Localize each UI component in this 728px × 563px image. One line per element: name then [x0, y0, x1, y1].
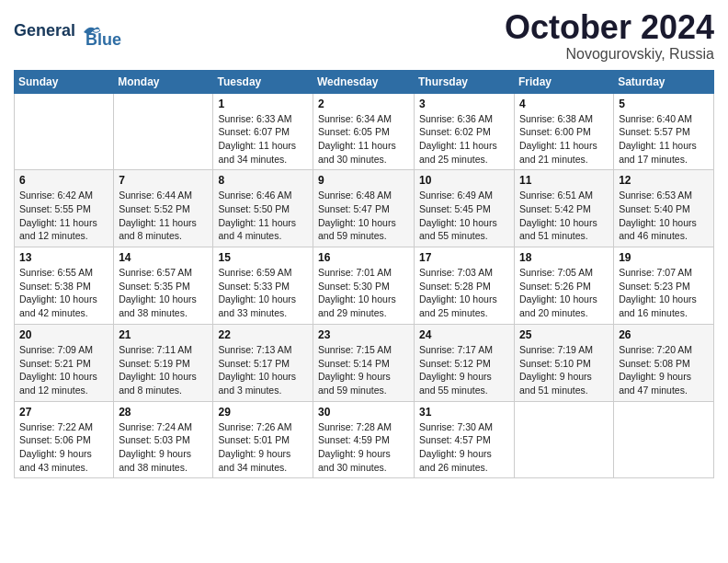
table-row: 22Sunrise: 7:13 AM Sunset: 5:17 PM Dayli… [213, 324, 313, 401]
day-info: Sunrise: 6:36 AM Sunset: 6:02 PM Dayligh… [419, 112, 509, 167]
day-info: Sunrise: 7:03 AM Sunset: 5:28 PM Dayligh… [419, 266, 509, 320]
day-number: 16 [318, 251, 409, 264]
table-row: 13Sunrise: 6:55 AM Sunset: 5:38 PM Dayli… [15, 247, 114, 325]
day-number: 28 [119, 406, 208, 419]
day-number: 24 [419, 328, 509, 341]
day-number: 17 [419, 251, 509, 264]
day-number: 5 [619, 98, 709, 110]
calendar-table: Sunday Monday Tuesday Wednesday Thursday… [14, 70, 714, 479]
day-number: 13 [19, 251, 108, 264]
day-info: Sunrise: 6:38 AM Sunset: 6:00 PM Dayligh… [519, 112, 609, 167]
header-sunday: Sunday [15, 70, 114, 93]
day-info: Sunrise: 6:46 AM Sunset: 5:50 PM Dayligh… [218, 189, 308, 243]
logo-blue: Blue [85, 30, 121, 50]
table-row: 15Sunrise: 6:59 AM Sunset: 5:33 PM Dayli… [213, 247, 313, 325]
day-info: Sunrise: 7:01 AM Sunset: 5:30 PM Dayligh… [318, 266, 409, 320]
table-row: 16Sunrise: 7:01 AM Sunset: 5:30 PM Dayli… [313, 247, 415, 325]
day-number: 22 [218, 328, 308, 341]
day-info: Sunrise: 6:55 AM Sunset: 5:38 PM Dayligh… [19, 266, 108, 320]
day-number: 14 [119, 251, 208, 264]
day-info: Sunrise: 7:24 AM Sunset: 5:03 PM Dayligh… [119, 420, 208, 475]
day-number: 18 [519, 251, 609, 264]
logo-general: General [14, 21, 75, 40]
day-info: Sunrise: 6:42 AM Sunset: 5:55 PM Dayligh… [19, 189, 108, 243]
day-info: Sunrise: 7:09 AM Sunset: 5:21 PM Dayligh… [19, 343, 108, 397]
day-info: Sunrise: 7:17 AM Sunset: 5:12 PM Dayligh… [419, 343, 509, 397]
table-row: 8Sunrise: 6:46 AM Sunset: 5:50 PM Daylig… [213, 170, 313, 247]
day-info: Sunrise: 7:28 AM Sunset: 4:59 PM Dayligh… [318, 420, 409, 475]
table-row: 18Sunrise: 7:05 AM Sunset: 5:26 PM Dayli… [515, 247, 614, 325]
day-number: 21 [119, 328, 208, 341]
day-info: Sunrise: 7:22 AM Sunset: 5:06 PM Dayligh… [19, 420, 108, 475]
table-row: 28Sunrise: 7:24 AM Sunset: 5:03 PM Dayli… [114, 401, 213, 478]
calendar-week-row: 1Sunrise: 6:33 AM Sunset: 6:07 PM Daylig… [15, 93, 714, 170]
table-row: 7Sunrise: 6:44 AM Sunset: 5:52 PM Daylig… [114, 170, 213, 247]
table-row: 5Sunrise: 6:40 AM Sunset: 5:57 PM Daylig… [614, 93, 714, 170]
day-info: Sunrise: 7:05 AM Sunset: 5:26 PM Dayligh… [519, 266, 609, 320]
day-number: 12 [619, 174, 709, 187]
day-info: Sunrise: 6:59 AM Sunset: 5:33 PM Dayligh… [218, 266, 308, 320]
calendar-header-row: Sunday Monday Tuesday Wednesday Thursday… [15, 70, 714, 93]
table-row: 2Sunrise: 6:34 AM Sunset: 6:05 PM Daylig… [313, 93, 415, 170]
day-number: 15 [218, 251, 308, 264]
table-row: 30Sunrise: 7:28 AM Sunset: 4:59 PM Dayli… [313, 401, 415, 478]
day-number: 20 [19, 328, 108, 341]
day-info: Sunrise: 6:53 AM Sunset: 5:40 PM Dayligh… [619, 189, 709, 243]
logo: General Blue [14, 14, 121, 50]
day-number: 26 [619, 328, 709, 341]
header: General Blue October 2024 Novogurovskiy,… [14, 9, 714, 63]
table-row: 10Sunrise: 6:49 AM Sunset: 5:45 PM Dayli… [415, 170, 515, 247]
day-info: Sunrise: 6:44 AM Sunset: 5:52 PM Dayligh… [119, 189, 208, 243]
table-row: 24Sunrise: 7:17 AM Sunset: 5:12 PM Dayli… [415, 324, 515, 401]
day-info: Sunrise: 6:57 AM Sunset: 5:35 PM Dayligh… [119, 266, 208, 320]
day-info: Sunrise: 7:11 AM Sunset: 5:19 PM Dayligh… [119, 343, 208, 397]
day-info: Sunrise: 7:07 AM Sunset: 5:23 PM Dayligh… [619, 266, 709, 320]
header-friday: Friday [515, 70, 614, 93]
table-row: 6Sunrise: 6:42 AM Sunset: 5:55 PM Daylig… [15, 170, 114, 247]
header-wednesday: Wednesday [313, 70, 415, 93]
table-row: 3Sunrise: 6:36 AM Sunset: 6:02 PM Daylig… [415, 93, 515, 170]
day-info: Sunrise: 6:49 AM Sunset: 5:45 PM Dayligh… [419, 189, 509, 243]
table-row: 25Sunrise: 7:19 AM Sunset: 5:10 PM Dayli… [515, 324, 614, 401]
day-number: 8 [218, 174, 308, 187]
header-saturday: Saturday [614, 70, 714, 93]
table-row: 27Sunrise: 7:22 AM Sunset: 5:06 PM Dayli… [15, 401, 114, 478]
day-info: Sunrise: 7:30 AM Sunset: 4:57 PM Dayligh… [419, 420, 509, 475]
month-title: October 2024 [505, 9, 714, 46]
day-number: 4 [519, 98, 609, 110]
day-number: 27 [19, 406, 108, 419]
day-info: Sunrise: 7:19 AM Sunset: 5:10 PM Dayligh… [519, 343, 609, 397]
calendar-week-row: 27Sunrise: 7:22 AM Sunset: 5:06 PM Dayli… [15, 401, 714, 478]
table-row: 4Sunrise: 6:38 AM Sunset: 6:00 PM Daylig… [515, 93, 614, 170]
day-number: 3 [419, 98, 509, 110]
header-thursday: Thursday [415, 70, 515, 93]
day-number: 30 [318, 406, 409, 419]
table-row: 21Sunrise: 7:11 AM Sunset: 5:19 PM Dayli… [114, 324, 213, 401]
table-row: 17Sunrise: 7:03 AM Sunset: 5:28 PM Dayli… [415, 247, 515, 325]
table-row: 1Sunrise: 6:33 AM Sunset: 6:07 PM Daylig… [213, 93, 313, 170]
table-row: 31Sunrise: 7:30 AM Sunset: 4:57 PM Dayli… [415, 401, 515, 478]
day-number: 7 [119, 174, 208, 187]
location: Novogurovskiy, Russia [505, 46, 714, 63]
table-row: 11Sunrise: 6:51 AM Sunset: 5:42 PM Dayli… [515, 170, 614, 247]
day-number: 11 [519, 174, 609, 187]
table-row: 20Sunrise: 7:09 AM Sunset: 5:21 PM Dayli… [15, 324, 114, 401]
table-row: 14Sunrise: 6:57 AM Sunset: 5:35 PM Dayli… [114, 247, 213, 325]
day-info: Sunrise: 6:51 AM Sunset: 5:42 PM Dayligh… [519, 189, 609, 243]
table-row: 12Sunrise: 6:53 AM Sunset: 5:40 PM Dayli… [614, 170, 714, 247]
day-number: 1 [218, 98, 308, 110]
day-number: 2 [318, 98, 409, 110]
header-monday: Monday [114, 70, 213, 93]
header-tuesday: Tuesday [213, 70, 313, 93]
day-info: Sunrise: 6:33 AM Sunset: 6:07 PM Dayligh… [218, 112, 308, 167]
day-info: Sunrise: 7:26 AM Sunset: 5:01 PM Dayligh… [218, 420, 308, 475]
calendar-week-row: 6Sunrise: 6:42 AM Sunset: 5:55 PM Daylig… [15, 170, 714, 247]
day-info: Sunrise: 6:48 AM Sunset: 5:47 PM Dayligh… [318, 189, 409, 243]
table-row: 29Sunrise: 7:26 AM Sunset: 5:01 PM Dayli… [213, 401, 313, 478]
day-number: 23 [318, 328, 409, 341]
table-row [15, 93, 114, 170]
day-number: 10 [419, 174, 509, 187]
day-info: Sunrise: 6:34 AM Sunset: 6:05 PM Dayligh… [318, 112, 409, 167]
table-row: 19Sunrise: 7:07 AM Sunset: 5:23 PM Dayli… [614, 247, 714, 325]
table-row [515, 401, 614, 478]
